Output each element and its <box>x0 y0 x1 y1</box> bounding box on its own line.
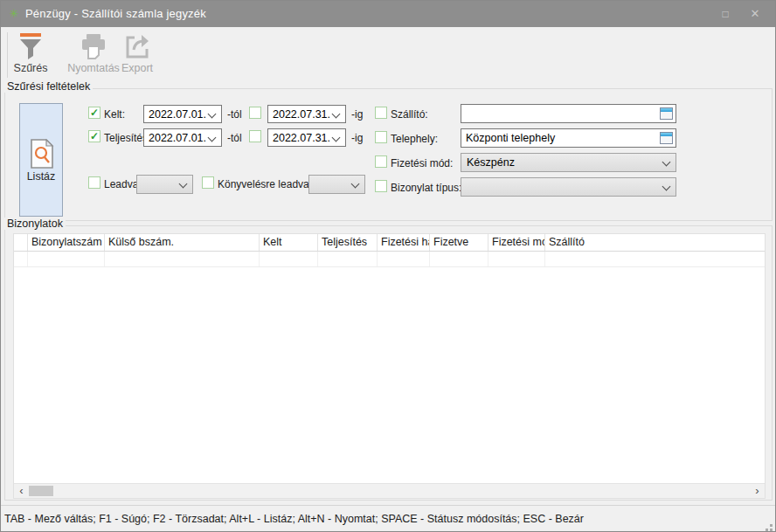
column-header[interactable]: Fizetési hatá <box>378 234 430 251</box>
konyvelesre-select[interactable] <box>308 175 365 194</box>
maximize-button[interactable]: □ <box>710 1 740 27</box>
teljesites-checkbox[interactable]: ✓ <box>88 130 100 142</box>
teljesites-from-datepicker[interactable]: 2022.07.01. <box>143 128 222 147</box>
column-header[interactable]: Fizetési mód <box>488 234 545 251</box>
szallito-input-wrap <box>461 104 676 123</box>
fizetesi-mod-value: Készpénz <box>467 156 515 169</box>
leadva-select[interactable] <box>136 175 193 194</box>
kelt-label: Kelt: <box>104 108 125 121</box>
table-row <box>14 252 765 267</box>
lookup-window-icon[interactable] <box>660 132 673 144</box>
column-header-selector[interactable] <box>14 234 28 251</box>
telephely-checkbox[interactable] <box>375 131 387 143</box>
column-header[interactable]: Fizetve <box>430 234 488 251</box>
ig-suffix-label: -ig <box>351 108 363 121</box>
bizonylat-tipus-label: Bizonylat típus: <box>391 182 461 194</box>
check-icon: ✓ <box>90 107 99 119</box>
kelt-checkbox[interactable]: ✓ <box>88 107 100 119</box>
toolbar: Szűrés Nyomtatás Export <box>1 27 775 81</box>
fizetesi-mod-label: Fizetési mód: <box>391 157 453 169</box>
kelt-to-checkbox[interactable] <box>249 107 261 119</box>
telephely-label: Telephely: <box>391 133 438 145</box>
chevron-down-icon <box>208 110 217 119</box>
printer-icon <box>79 32 108 60</box>
app-window: ✳ Pénzügy - Szállítói számla jegyzék □ ✕… <box>0 0 776 532</box>
leadva-checkbox[interactable] <box>88 176 100 189</box>
szallito-input[interactable] <box>461 105 676 122</box>
horizontal-scrollbar[interactable]: ‹ › <box>14 483 765 498</box>
app-icon: ✳ <box>8 8 20 20</box>
fizetesi-mod-checkbox[interactable] <box>375 155 387 168</box>
resize-grip[interactable] <box>770 524 773 527</box>
chevron-down-icon <box>662 183 671 191</box>
title-bar: ✳ Pénzügy - Szállítói számla jegyzék □ ✕ <box>1 1 775 27</box>
chevron-down-icon <box>179 180 188 189</box>
chevron-down-icon <box>208 134 217 142</box>
list-button-label: Listáz <box>20 170 62 183</box>
konyvelesre-label: Könyvelésre leadva: <box>218 178 312 190</box>
export-button-label: Export <box>116 62 158 74</box>
szallito-checkbox[interactable] <box>375 107 387 119</box>
teljesites-to-checkbox[interactable] <box>249 130 261 142</box>
scroll-right-arrow[interactable]: › <box>750 484 765 498</box>
bizonylat-tipus-checkbox[interactable] <box>375 180 387 192</box>
kelt-from-value: 2022.07.01. <box>149 108 206 121</box>
filter-button-label: Szűrés <box>11 62 50 74</box>
column-header[interactable]: Külső bszám. <box>105 234 260 251</box>
column-header[interactable]: Kelt <box>260 234 318 251</box>
teljesites-to-datepicker[interactable]: 2022.07.31. <box>267 128 346 147</box>
from-suffix-label: -tól <box>227 132 242 144</box>
chevron-down-icon <box>662 158 671 167</box>
scrollbar-thumb[interactable] <box>29 486 53 496</box>
chevron-down-icon <box>332 134 341 142</box>
funnel-icon <box>16 32 45 60</box>
teljesites-from-value: 2022.07.01. <box>149 132 206 144</box>
documents-table: Bizonylatszám Külső bszám. Kelt Teljesít… <box>13 233 766 499</box>
column-header[interactable]: Szállító <box>545 234 765 251</box>
window-title: Pénzügy - Szállítói számla jegyzék <box>25 7 206 20</box>
check-icon: ✓ <box>90 130 99 142</box>
lookup-window-icon[interactable] <box>660 107 673 120</box>
telephely-input[interactable] <box>461 129 676 147</box>
close-button[interactable]: ✕ <box>740 1 770 27</box>
chevron-down-icon <box>351 180 360 189</box>
table-header-row: Bizonylatszám Külső bszám. Kelt Teljesít… <box>14 234 765 252</box>
document-search-icon <box>30 139 54 172</box>
fizetesi-mod-select[interactable]: Készpénz <box>461 153 676 172</box>
export-icon <box>122 32 152 60</box>
chevron-down-icon <box>332 110 341 119</box>
column-header[interactable]: Bizonylatszám <box>28 234 105 251</box>
telephely-input-wrap <box>461 128 676 148</box>
szallito-label: Szállító: <box>391 108 428 121</box>
kelt-from-datepicker[interactable]: 2022.07.01. <box>143 105 222 123</box>
filter-button[interactable]: Szűrés <box>11 32 50 74</box>
teljesites-to-value: 2022.07.31. <box>273 132 330 144</box>
filter-section-title: Szűrési feltételek <box>4 80 93 93</box>
scroll-left-arrow[interactable]: ‹ <box>14 484 29 498</box>
status-bar: TAB - Mező váltás; F1 - Súgó; F2 - Törzs… <box>1 505 775 530</box>
status-bar-text: TAB - Mező váltás; F1 - Súgó; F2 - Törzs… <box>4 513 584 525</box>
konyvelesre-checkbox[interactable] <box>202 176 214 189</box>
bizonylat-tipus-select[interactable] <box>461 177 676 197</box>
ig-suffix-label: -ig <box>351 132 363 144</box>
toolbar-separator <box>7 32 8 78</box>
kelt-to-datepicker[interactable]: 2022.07.31. <box>267 105 346 123</box>
documents-section-title: Bizonylatok <box>4 218 66 230</box>
list-button[interactable]: Listáz <box>19 103 63 217</box>
from-suffix-label: -tól <box>227 108 242 121</box>
export-button[interactable]: Export <box>116 32 158 74</box>
kelt-to-value: 2022.07.31. <box>273 108 330 121</box>
column-header[interactable]: Teljesítés <box>318 234 378 251</box>
